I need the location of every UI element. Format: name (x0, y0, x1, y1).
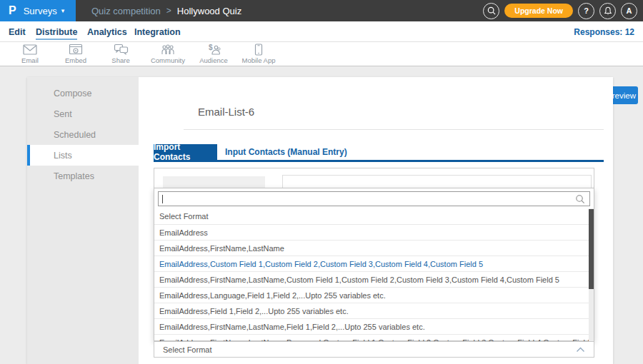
channel-audience[interactable]: $ Audience (189, 44, 239, 64)
format-option[interactable]: EmailAddress,Language,Field 1,Field 2,..… (154, 287, 594, 303)
mobile-app-icon (234, 44, 284, 56)
title-divider (184, 129, 604, 130)
format-option[interactable]: EmailAddress (154, 224, 594, 240)
tab-analytics[interactable]: Analytics (87, 21, 127, 42)
channel-label: Embed (51, 56, 101, 64)
tab-import-contacts[interactable]: Import Contacts (154, 144, 217, 160)
channel-label: Mobile App (234, 56, 284, 64)
breadcrumb-separator: > (166, 6, 171, 16)
chevron-down-icon: ▾ (61, 7, 65, 14)
channel-community[interactable]: Community (143, 44, 193, 64)
channel-label: Share (96, 56, 146, 64)
product-label: Surveys (24, 6, 57, 16)
select-format-value: Select Format (163, 345, 576, 354)
format-option[interactable]: EmailAddress,FirstName,LastName,Field 1,… (154, 318, 594, 334)
tab-input-contacts-manual[interactable]: Input Contacts (Manual Entry) (225, 144, 347, 160)
format-option[interactable]: Select Format (154, 208, 594, 224)
channel-label: Audience (189, 56, 239, 64)
tab-integration[interactable]: Integration (134, 21, 181, 42)
topbar-actions: Upgrade Now ? A (483, 0, 637, 21)
community-icon (143, 44, 193, 56)
sidebar-item-sent[interactable]: Sent (27, 103, 139, 124)
search-icon[interactable] (483, 3, 499, 19)
breadcrumb: Quiz competition > Hollywood Quiz (91, 0, 241, 21)
account-avatar[interactable]: A (621, 3, 637, 19)
format-option[interactable]: EmailAddress,FirstName,LastName,Custom F… (154, 271, 594, 287)
breadcrumb-survey-name: Hollywood Quiz (177, 6, 241, 16)
embed-icon (51, 44, 101, 56)
scrollbar-thumb[interactable] (589, 209, 594, 289)
sidebar-item-scheduled[interactable]: Scheduled (27, 124, 139, 145)
sidebar-item-lists[interactable]: Lists (27, 145, 139, 166)
dropdown-scrollbar[interactable] (589, 208, 594, 342)
channel-label: Community (143, 56, 193, 64)
distribute-toolbar: Email Embed Share Community $ Audience M… (0, 42, 643, 66)
product-switcher[interactable]: P Surveys ▾ (0, 0, 76, 21)
format-dropdown-open: Select Format EmailAddress EmailAddress,… (154, 188, 594, 341)
text-caret (162, 195, 163, 203)
survey-nav: Edit Distribute Analytics Integration Re… (0, 21, 643, 42)
tab-underline (154, 160, 604, 162)
audience-icon: $ (189, 44, 239, 56)
channel-embed[interactable]: Embed (51, 44, 101, 64)
page-title: Email-List-6 (198, 106, 254, 118)
share-icon (96, 44, 146, 56)
lists-panel: Compose Sent Scheduled Lists Templates E… (27, 77, 613, 364)
questionpro-logo: P (9, 4, 16, 17)
channel-mobile-app[interactable]: Mobile App (234, 44, 284, 64)
format-options-list: Select Format EmailAddress EmailAddress,… (154, 208, 594, 342)
format-option-highlighted[interactable]: EmailAddress,Custom Field 1,Custom Field… (154, 256, 594, 271)
channel-share[interactable]: Share (96, 44, 146, 64)
svg-text:$: $ (209, 44, 213, 51)
responses-count[interactable]: Responses: 12 (574, 21, 634, 42)
sidebar-item-compose[interactable]: Compose (27, 83, 139, 103)
format-option[interactable]: EmailAddress,FirstName,LastName (154, 240, 594, 256)
email-sidebar: Compose Sent Scheduled Lists Templates (27, 77, 139, 364)
top-bar: P Surveys ▾ Quiz competition > Hollywood… (0, 0, 643, 21)
app-window: P Surveys ▾ Quiz competition > Hollywood… (0, 0, 643, 364)
tab-distribute[interactable]: Distribute (36, 21, 77, 42)
tab-edit[interactable]: Edit (9, 21, 26, 42)
dropdown-search-box (158, 191, 590, 206)
bell-icon[interactable] (599, 3, 616, 19)
email-icon (5, 44, 55, 56)
help-button[interactable]: ? (578, 3, 594, 19)
upgrade-now-button[interactable]: Upgrade Now (504, 4, 573, 18)
channel-email[interactable]: Email (5, 44, 55, 64)
channel-label: Email (5, 56, 55, 64)
sidebar-item-templates[interactable]: Templates (27, 166, 139, 186)
format-option[interactable]: EmailAddress,Field 1,Field 2,...Upto 255… (154, 303, 594, 318)
chevron-up-icon (576, 347, 585, 353)
search-icon (575, 194, 585, 207)
dropdown-search-input[interactable] (163, 192, 563, 206)
breadcrumb-folder[interactable]: Quiz competition (91, 6, 161, 16)
select-format-control[interactable]: Select Format (154, 341, 594, 358)
